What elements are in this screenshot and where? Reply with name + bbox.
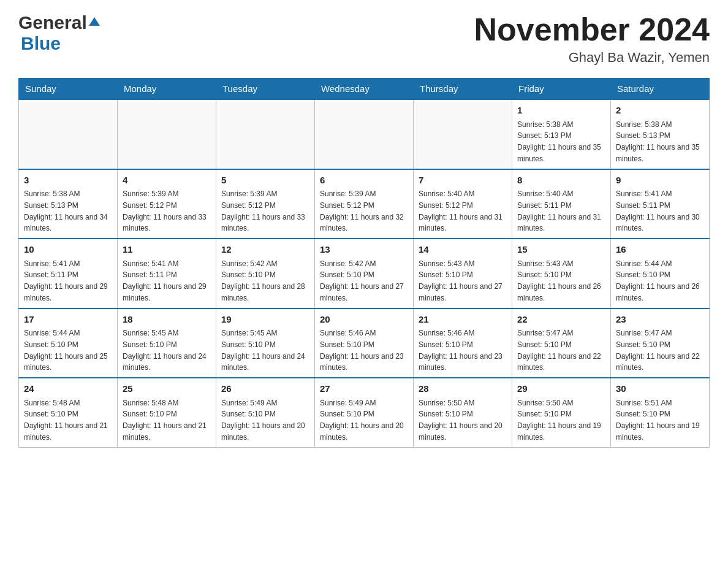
day-info: Sunrise: 5:49 AM Sunset: 5:10 PM Dayligh…	[320, 399, 404, 442]
calendar-cell: 9Sunrise: 5:41 AM Sunset: 5:11 PM Daylig…	[611, 169, 710, 239]
page-header: General Blue November 2024 Ghayl Ba Wazi…	[18, 12, 710, 66]
day-number: 15	[517, 243, 605, 257]
day-number: 18	[123, 313, 211, 327]
weekday-header-friday: Friday	[512, 79, 611, 100]
calendar-cell: 17Sunrise: 5:44 AM Sunset: 5:10 PM Dayli…	[19, 308, 118, 378]
calendar-cell: 18Sunrise: 5:45 AM Sunset: 5:10 PM Dayli…	[118, 308, 216, 378]
calendar-cell: 13Sunrise: 5:42 AM Sunset: 5:10 PM Dayli…	[315, 239, 414, 308]
calendar-cell: 2Sunrise: 5:38 AM Sunset: 5:13 PM Daylig…	[611, 99, 710, 169]
calendar-cell: 23Sunrise: 5:47 AM Sunset: 5:10 PM Dayli…	[611, 308, 710, 378]
day-number: 19	[221, 313, 309, 327]
day-info: Sunrise: 5:48 AM Sunset: 5:10 PM Dayligh…	[123, 399, 207, 442]
logo-blue-text: Blue	[21, 33, 61, 53]
day-number: 17	[24, 313, 112, 327]
day-info: Sunrise: 5:42 AM Sunset: 5:10 PM Dayligh…	[221, 259, 305, 302]
day-info: Sunrise: 5:45 AM Sunset: 5:10 PM Dayligh…	[221, 329, 305, 372]
day-info: Sunrise: 5:38 AM Sunset: 5:13 PM Dayligh…	[616, 120, 700, 163]
day-info: Sunrise: 5:40 AM Sunset: 5:11 PM Dayligh…	[517, 190, 601, 232]
calendar-cell	[414, 99, 512, 169]
calendar-cell: 11Sunrise: 5:41 AM Sunset: 5:11 PM Dayli…	[118, 239, 216, 308]
day-number: 3	[24, 174, 112, 188]
calendar-week-row: 3Sunrise: 5:38 AM Sunset: 5:13 PM Daylig…	[19, 169, 710, 239]
calendar-cell	[19, 99, 118, 169]
day-info: Sunrise: 5:43 AM Sunset: 5:10 PM Dayligh…	[419, 259, 502, 302]
day-info: Sunrise: 5:38 AM Sunset: 5:13 PM Dayligh…	[517, 120, 601, 163]
calendar-week-row: 1Sunrise: 5:38 AM Sunset: 5:13 PM Daylig…	[19, 99, 710, 169]
day-info: Sunrise: 5:48 AM Sunset: 5:10 PM Dayligh…	[24, 399, 108, 442]
day-info: Sunrise: 5:50 AM Sunset: 5:10 PM Dayligh…	[517, 399, 601, 442]
calendar-cell: 6Sunrise: 5:39 AM Sunset: 5:12 PM Daylig…	[315, 169, 414, 239]
day-info: Sunrise: 5:46 AM Sunset: 5:10 PM Dayligh…	[320, 329, 404, 372]
day-number: 16	[616, 243, 704, 257]
day-info: Sunrise: 5:44 AM Sunset: 5:10 PM Dayligh…	[616, 259, 700, 302]
calendar-cell: 4Sunrise: 5:39 AM Sunset: 5:12 PM Daylig…	[118, 169, 216, 239]
day-number: 5	[221, 174, 309, 188]
day-info: Sunrise: 5:41 AM Sunset: 5:11 PM Dayligh…	[123, 259, 207, 302]
calendar-cell: 24Sunrise: 5:48 AM Sunset: 5:10 PM Dayli…	[19, 378, 118, 447]
day-number: 2	[616, 104, 704, 118]
day-info: Sunrise: 5:44 AM Sunset: 5:10 PM Dayligh…	[24, 329, 108, 372]
day-number: 8	[517, 174, 605, 188]
day-number: 25	[123, 382, 211, 396]
calendar-cell: 5Sunrise: 5:39 AM Sunset: 5:12 PM Daylig…	[216, 169, 315, 239]
day-number: 27	[320, 382, 408, 396]
logo: General Blue	[18, 12, 100, 54]
calendar-cell: 3Sunrise: 5:38 AM Sunset: 5:13 PM Daylig…	[19, 169, 118, 239]
calendar-cell: 12Sunrise: 5:42 AM Sunset: 5:10 PM Dayli…	[216, 239, 315, 308]
day-number: 13	[320, 243, 408, 257]
day-number: 21	[419, 313, 507, 327]
day-info: Sunrise: 5:38 AM Sunset: 5:13 PM Dayligh…	[24, 190, 108, 232]
calendar-week-row: 17Sunrise: 5:44 AM Sunset: 5:10 PM Dayli…	[19, 308, 710, 378]
calendar-cell: 27Sunrise: 5:49 AM Sunset: 5:10 PM Dayli…	[315, 378, 414, 447]
day-info: Sunrise: 5:40 AM Sunset: 5:12 PM Dayligh…	[419, 190, 502, 232]
logo-general-text: General	[18, 12, 87, 33]
calendar-cell: 1Sunrise: 5:38 AM Sunset: 5:13 PM Daylig…	[512, 99, 611, 169]
logo-triangle-icon	[89, 16, 100, 29]
day-info: Sunrise: 5:41 AM Sunset: 5:11 PM Dayligh…	[616, 190, 700, 232]
day-info: Sunrise: 5:47 AM Sunset: 5:10 PM Dayligh…	[517, 329, 601, 372]
calendar-cell	[118, 99, 216, 169]
day-number: 10	[24, 243, 112, 257]
calendar-cell: 26Sunrise: 5:49 AM Sunset: 5:10 PM Dayli…	[216, 378, 315, 447]
calendar-header-row: SundayMondayTuesdayWednesdayThursdayFrid…	[19, 79, 710, 100]
day-number: 26	[221, 382, 309, 396]
calendar-cell: 16Sunrise: 5:44 AM Sunset: 5:10 PM Dayli…	[611, 239, 710, 308]
weekday-header-thursday: Thursday	[414, 79, 512, 100]
calendar-table: SundayMondayTuesdayWednesdayThursdayFrid…	[18, 78, 710, 448]
calendar-cell	[216, 99, 315, 169]
calendar-cell: 21Sunrise: 5:46 AM Sunset: 5:10 PM Dayli…	[414, 308, 512, 378]
weekday-header-sunday: Sunday	[19, 79, 118, 100]
day-number: 22	[517, 313, 605, 327]
day-number: 9	[616, 174, 704, 188]
calendar-week-row: 24Sunrise: 5:48 AM Sunset: 5:10 PM Dayli…	[19, 378, 710, 447]
day-info: Sunrise: 5:50 AM Sunset: 5:10 PM Dayligh…	[419, 399, 502, 442]
calendar-cell: 29Sunrise: 5:50 AM Sunset: 5:10 PM Dayli…	[512, 378, 611, 447]
day-number: 1	[517, 104, 605, 118]
weekday-header-monday: Monday	[118, 79, 216, 100]
day-number: 30	[616, 382, 704, 396]
day-info: Sunrise: 5:39 AM Sunset: 5:12 PM Dayligh…	[221, 190, 305, 232]
weekday-header-wednesday: Wednesday	[315, 79, 414, 100]
day-info: Sunrise: 5:51 AM Sunset: 5:10 PM Dayligh…	[616, 399, 700, 442]
calendar-cell: 14Sunrise: 5:43 AM Sunset: 5:10 PM Dayli…	[414, 239, 512, 308]
day-number: 7	[419, 174, 507, 188]
day-info: Sunrise: 5:45 AM Sunset: 5:10 PM Dayligh…	[123, 329, 207, 372]
calendar-cell: 20Sunrise: 5:46 AM Sunset: 5:10 PM Dayli…	[315, 308, 414, 378]
day-info: Sunrise: 5:46 AM Sunset: 5:10 PM Dayligh…	[419, 329, 502, 372]
day-number: 20	[320, 313, 408, 327]
calendar-cell: 10Sunrise: 5:41 AM Sunset: 5:11 PM Dayli…	[19, 239, 118, 308]
day-info: Sunrise: 5:43 AM Sunset: 5:10 PM Dayligh…	[517, 259, 601, 302]
day-info: Sunrise: 5:42 AM Sunset: 5:10 PM Dayligh…	[320, 259, 404, 302]
calendar-cell	[315, 99, 414, 169]
day-number: 14	[419, 243, 507, 257]
svg-marker-0	[89, 17, 100, 26]
calendar-cell: 8Sunrise: 5:40 AM Sunset: 5:11 PM Daylig…	[512, 169, 611, 239]
calendar-cell: 25Sunrise: 5:48 AM Sunset: 5:10 PM Dayli…	[118, 378, 216, 447]
title-section: November 2024 Ghayl Ba Wazir, Yemen	[474, 12, 710, 66]
day-info: Sunrise: 5:47 AM Sunset: 5:10 PM Dayligh…	[616, 329, 700, 372]
day-number: 23	[616, 313, 704, 327]
calendar-cell: 7Sunrise: 5:40 AM Sunset: 5:12 PM Daylig…	[414, 169, 512, 239]
day-number: 12	[221, 243, 309, 257]
weekday-header-saturday: Saturday	[611, 79, 710, 100]
day-info: Sunrise: 5:41 AM Sunset: 5:11 PM Dayligh…	[24, 259, 108, 302]
